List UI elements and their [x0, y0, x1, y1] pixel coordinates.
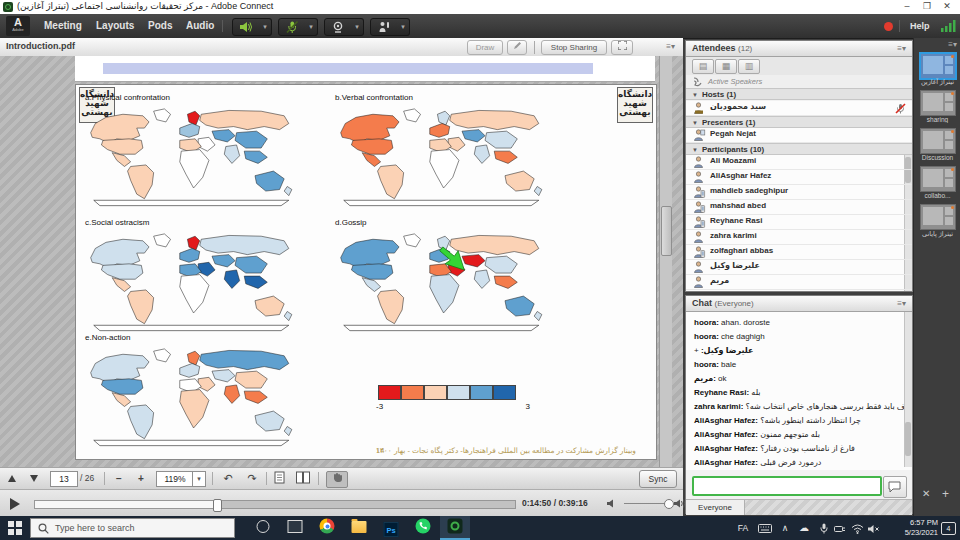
chat-sender: hoora:: [694, 332, 721, 341]
attendee-row[interactable]: علیرضا وکیل: [686, 260, 912, 275]
layout-thumb-1[interactable]: [919, 52, 957, 80]
layout-thumb-4[interactable]: [920, 166, 956, 192]
share-pod-menu-icon[interactable]: ≡▾: [666, 42, 675, 51]
tray-language[interactable]: FA: [734, 516, 752, 540]
attendee-row[interactable]: zolfaghari abbas: [686, 245, 912, 260]
layouts-add-icon[interactable]: +: [942, 487, 949, 501]
onedrive-cloud-icon[interactable]: ☁: [796, 516, 812, 540]
presenters-group-header[interactable]: ▼Presenters (1): [686, 116, 912, 128]
taskbar-app-chrome[interactable]: [312, 516, 342, 540]
hosts-group-header[interactable]: ▼Hosts (1): [686, 88, 912, 100]
seek-slider[interactable]: [34, 500, 516, 509]
page-number-input[interactable]: 13: [50, 471, 78, 487]
zoom-dropdown-icon[interactable]: ▾: [192, 471, 206, 487]
pencil-tool-button[interactable]: [507, 40, 527, 55]
chat-scrollbar[interactable]: [904, 312, 912, 467]
power-plug-icon[interactable]: [834, 525, 846, 533]
grid-view-button[interactable]: ▦: [715, 59, 737, 74]
chat-send-button[interactable]: [883, 476, 907, 498]
menu-audio[interactable]: Audio: [182, 14, 218, 38]
rotate-right-button[interactable]: ↷: [244, 471, 260, 486]
hand-tool-button[interactable]: [326, 471, 348, 488]
volume-low-icon[interactable]: [606, 498, 617, 509]
menu-layouts[interactable]: Layouts: [92, 14, 138, 38]
chat-scrollbar-thumb[interactable]: [905, 422, 911, 456]
chat-pod-menu-icon[interactable]: ≡▾: [897, 299, 906, 308]
stop-sharing-button[interactable]: Stop Sharing: [541, 40, 607, 55]
volume-slider-thumb[interactable]: [664, 499, 674, 509]
maximize-button[interactable]: ❐: [918, 0, 936, 13]
tray-chevron-icon[interactable]: ∧: [778, 516, 792, 540]
close-button[interactable]: ✕: [938, 0, 956, 13]
attendee-row[interactable]: Ali Moazami: [686, 155, 912, 170]
menu-pods[interactable]: Pods: [144, 14, 176, 38]
taskbar-app-file-explorer[interactable]: [344, 516, 374, 540]
page-up-button[interactable]: [8, 471, 16, 486]
layout-thumb-3[interactable]: [920, 128, 956, 154]
two-page-view-button[interactable]: [296, 471, 310, 486]
share-scrollbar[interactable]: [659, 56, 672, 467]
list-view-button[interactable]: ▤: [692, 59, 714, 74]
participants-group-header[interactable]: ▼Participants (10): [686, 143, 912, 155]
taskbar-app-cortana[interactable]: [248, 516, 278, 540]
chat-input[interactable]: [692, 476, 882, 496]
volume-slider[interactable]: [624, 503, 668, 504]
webcam-dropdown[interactable]: ▾: [351, 18, 364, 36]
attendee-row[interactable]: mahdieb sadeghipur: [686, 185, 912, 200]
page-down-button[interactable]: [30, 471, 38, 486]
menu-meeting[interactable]: Meeting: [40, 14, 86, 38]
attendee-row[interactable]: Pegah Nejat: [686, 128, 912, 143]
attendees-pod-menu-icon[interactable]: ≡▾: [897, 44, 906, 53]
taskbar-search[interactable]: Type here to search: [30, 518, 235, 538]
sync-button[interactable]: Sync: [639, 470, 677, 488]
layout-thumb-5[interactable]: [920, 204, 956, 230]
chat-tab-everyone[interactable]: Everyone: [686, 500, 745, 515]
webcam-button[interactable]: [324, 18, 352, 36]
search-placeholder: Type here to search: [55, 523, 135, 533]
speaker-button[interactable]: [232, 18, 260, 36]
breakout-view-button[interactable]: ▥: [738, 59, 760, 74]
fullscreen-button[interactable]: [611, 40, 633, 55]
hosts-list: سید محمودیان: [686, 101, 912, 116]
taskbar-app-whatsapp[interactable]: [408, 516, 438, 540]
taskbar-clock[interactable]: 6:57 PM 5/23/2021: [886, 518, 938, 538]
menu-help[interactable]: Help: [906, 14, 934, 38]
attendee-row[interactable]: [686, 290, 912, 291]
taskbar-app-adobe-connect[interactable]: [440, 516, 470, 540]
raise-hand-button[interactable]: [370, 18, 398, 36]
speaker-muted-icon[interactable]: [868, 524, 880, 534]
zoom-out-button[interactable]: −: [112, 471, 126, 486]
zoom-in-button[interactable]: +: [134, 471, 148, 486]
layouts-menu-icon[interactable]: ≡▾: [948, 40, 957, 49]
touch-keyboard-icon[interactable]: [758, 524, 772, 533]
rotate-left-button[interactable]: ↶: [220, 471, 236, 486]
attendee-row[interactable]: مریم: [686, 275, 912, 290]
tray-microphone-icon[interactable]: [820, 523, 828, 534]
playback-time: 0:14:50 / 0:39:16: [522, 498, 588, 508]
play-button[interactable]: [10, 498, 20, 510]
layouts-close-icon[interactable]: ✕: [922, 488, 930, 499]
zoom-level-select[interactable]: 119%: [156, 471, 194, 487]
raise-hand-icon: [378, 21, 391, 33]
layout-thumb-2[interactable]: [920, 90, 956, 116]
taskbar-app-task-view[interactable]: [280, 516, 310, 540]
share-scrollbar-thumb[interactable]: [661, 206, 672, 256]
microphone-muted-button[interactable]: [278, 18, 306, 36]
draw-button[interactable]: Draw: [467, 40, 503, 55]
seek-slider-thumb[interactable]: [213, 499, 222, 512]
attendee-row[interactable]: Reyhane Rasi: [686, 215, 912, 230]
start-button[interactable]: [0, 516, 30, 540]
wifi-icon[interactable]: [851, 524, 864, 534]
minimize-button[interactable]: –: [898, 0, 916, 13]
layout-label: Discussion: [914, 154, 960, 161]
attendee-row[interactable]: mahshad abed: [686, 200, 912, 215]
microphone-dropdown[interactable]: ▾: [305, 18, 318, 36]
attendee-row[interactable]: zahra karimi: [686, 230, 912, 245]
taskbar-app-photoshop[interactable]: Ps: [376, 516, 406, 540]
single-page-view-button[interactable]: [274, 471, 285, 486]
notification-center-icon[interactable]: 4: [941, 522, 956, 535]
raise-hand-dropdown[interactable]: ▾: [397, 18, 410, 36]
speaker-dropdown[interactable]: ▾: [259, 18, 272, 36]
attendee-row[interactable]: سید محمودیان: [686, 101, 912, 116]
attendee-row[interactable]: AliAsghar Hafez: [686, 170, 912, 185]
